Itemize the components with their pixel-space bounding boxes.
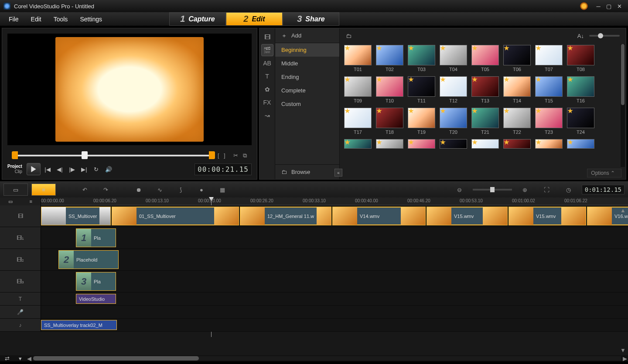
category-custom[interactable]: Custom (275, 97, 339, 111)
template-thumb[interactable]: T22 (503, 108, 531, 135)
overlay1-clip[interactable]: 1Pla (76, 228, 116, 247)
fit-project-button[interactable]: ⛶ (541, 184, 553, 196)
graphic-tab-icon[interactable]: ✿ (261, 83, 273, 95)
template-thumb[interactable]: T17 (344, 108, 372, 135)
category-middle[interactable]: Middle (275, 57, 339, 70)
volume-button[interactable]: 🔊 (103, 164, 114, 174)
timeline-view-button[interactable]: ≡ (31, 184, 56, 196)
redo-button[interactable]: ↷ (99, 184, 112, 196)
menu-edit[interactable]: Edit (25, 13, 48, 25)
track-title-body[interactable]: VideoStudio (41, 293, 628, 305)
template-thumb[interactable] (440, 139, 467, 149)
options-button[interactable]: Options ⌃ (587, 169, 621, 177)
track-overlay-2-header[interactable]: 🎞₂ (0, 249, 41, 270)
h-scroll-thumb[interactable] (33, 356, 199, 361)
transition-tab-icon[interactable]: AB (261, 57, 273, 69)
multi-trim-button[interactable]: ● (195, 184, 208, 196)
video-clip[interactable]: 12_HM_General 11.w (240, 207, 331, 225)
video-clip[interactable]: 01_SS_Multiover (112, 207, 239, 225)
template-thumb[interactable]: T12 (440, 76, 467, 103)
template-thumb[interactable]: T01 (344, 45, 372, 72)
overlay3-clip[interactable]: 3Pla (76, 272, 116, 291)
video-clip[interactable]: V14.wmv (332, 207, 426, 225)
time-ruler[interactable]: 00:00:00.0000:00:06.2000:00:13.1000:00:2… (41, 197, 628, 205)
template-thumb[interactable] (471, 139, 499, 149)
library-wheel-icon[interactable] (357, 32, 364, 39)
close-button[interactable]: ✕ (614, 2, 625, 10)
template-thumb[interactable]: T24 (567, 108, 594, 135)
template-thumb[interactable]: T21 (471, 108, 499, 135)
project-duration[interactable]: 0:01:12.15 (582, 185, 625, 194)
audio-mixer-button[interactable]: ∿ (154, 184, 166, 196)
guide-icon[interactable] (580, 2, 588, 10)
music-clip[interactable]: SS_Multioverlay track02_M (41, 320, 117, 330)
template-thumb[interactable]: T11 (408, 76, 435, 103)
template-thumb[interactable]: T07 (535, 45, 563, 72)
timeline-h-scrollbar[interactable]: ⇄ ▾ ◀ ▶ (0, 355, 628, 361)
template-thumb[interactable] (376, 139, 403, 149)
template-thumb[interactable]: T05 (471, 45, 499, 72)
library-scrollbar[interactable] (621, 44, 625, 167)
template-thumb[interactable]: T18 (376, 108, 403, 135)
track-overlay-2-body[interactable]: 2Placehold (41, 249, 628, 270)
mark-out-button[interactable]: ] (224, 152, 231, 159)
path-tab-icon[interactable]: ↝ (261, 109, 273, 122)
track-overlay-3-body[interactable]: 3Pla (41, 271, 628, 292)
overlay2-clip[interactable]: 2Placehold (58, 250, 119, 269)
template-thumb[interactable]: T20 (440, 108, 467, 135)
template-thumb[interactable]: T16 (567, 76, 594, 103)
template-thumb[interactable]: T13 (471, 76, 499, 103)
menu-tools[interactable]: Tools (48, 13, 74, 25)
template-thumb[interactable] (344, 139, 372, 149)
track-music-body[interactable]: SS_Multioverlay track02_M (41, 319, 628, 331)
scroll-up-button[interactable]: ▲ (620, 207, 626, 214)
play-button[interactable] (27, 163, 41, 175)
track-title-header[interactable]: T (0, 293, 41, 305)
import-folder-button[interactable]: 🗀 (346, 33, 352, 39)
zoom-in-button[interactable]: ⊕ (519, 184, 531, 196)
zoom-slider[interactable] (473, 189, 512, 191)
menu-file[interactable]: File (3, 13, 25, 25)
video-clip[interactable]: V15.wmv (427, 207, 508, 225)
auto-music-button[interactable]: ⟆ (174, 184, 187, 196)
media-tab-icon[interactable]: 🎞 (261, 31, 273, 43)
template-thumb[interactable]: T14 (503, 76, 531, 103)
template-thumb[interactable]: T23 (535, 108, 563, 135)
go-start-button[interactable]: |◀ (42, 164, 53, 174)
record-button[interactable]: ⏺ (133, 184, 145, 196)
title-tab-icon[interactable]: T (261, 70, 273, 82)
playback-mode[interactable]: Project Clip (7, 164, 22, 174)
track-video-body[interactable]: SS_Multiover01_SS_Multiover12_HM_General… (41, 205, 628, 227)
template-thumb[interactable] (503, 139, 531, 149)
preview-viewport[interactable] (7, 34, 252, 145)
thumbnail-size-slider[interactable] (589, 35, 620, 37)
repeat-button[interactable]: ↻ (91, 164, 102, 174)
video-clip[interactable]: SS_Multiover (41, 207, 111, 225)
template-thumb[interactable]: T03 (408, 45, 435, 72)
category-beginning[interactable]: Beginning (275, 43, 339, 57)
step-edit[interactable]: 2Edit (226, 12, 283, 26)
go-end-button[interactable]: ▶| (79, 164, 89, 174)
scroll-left-button[interactable]: ◀ (26, 355, 32, 362)
expand-library-button[interactable]: « (334, 169, 342, 177)
track-overlay-3-header[interactable]: 🎞₃ (0, 271, 41, 292)
template-thumb[interactable]: T10 (376, 76, 403, 103)
step-capture[interactable]: 1Capture (169, 12, 226, 26)
enlarge-button[interactable]: ⧉ (243, 152, 250, 159)
title-clip[interactable]: VideoStudio (76, 294, 116, 304)
track-manager-button[interactable]: ▦ (216, 184, 229, 196)
track-overlay-1-header[interactable]: 🎞₁ (0, 227, 41, 248)
category-complete[interactable]: Complete (275, 84, 339, 97)
split-button[interactable]: ✂ (233, 152, 240, 159)
track-music-header[interactable]: ♪ (0, 319, 41, 331)
add-category-button[interactable]: ＋Add (275, 28, 339, 43)
scroll-down-button[interactable]: ▼ (620, 347, 626, 354)
template-thumb[interactable]: T08 (567, 45, 594, 72)
template-thumb[interactable]: T04 (440, 45, 467, 72)
scroll-right-button[interactable]: ▶ (622, 355, 628, 362)
template-thumb[interactable]: T09 (344, 76, 372, 103)
preview-timecode[interactable]: 00:00:21.15 (195, 163, 252, 175)
track-overlay-1-body[interactable]: 1Pla (41, 227, 628, 248)
template-thumb[interactable]: T06 (503, 45, 531, 72)
track-video-header[interactable]: 🎞 (0, 205, 41, 227)
